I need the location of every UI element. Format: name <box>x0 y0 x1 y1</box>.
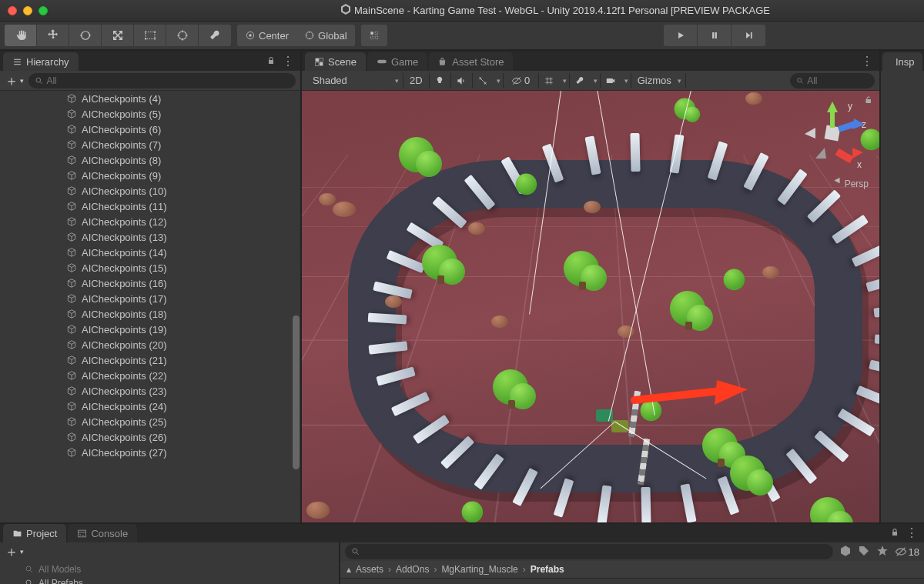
scene-search[interactable] <box>790 73 875 88</box>
snap-toggle[interactable] <box>361 25 387 46</box>
2d-toggle[interactable]: 2D <box>403 73 430 88</box>
pivot-mode-toggle[interactable]: Center <box>237 25 296 46</box>
create-dropdown-button[interactable]: ＋▾ <box>5 542 24 561</box>
projection-label[interactable]: Persp <box>845 179 869 189</box>
custom-tool-button[interactable] <box>199 25 231 46</box>
hierarchy-item[interactable]: AICheckpoints (12) <box>0 214 291 229</box>
hierarchy-item[interactable]: AICheckpoints (24) <box>0 399 291 414</box>
create-dropdown-button[interactable]: ＋▾ <box>5 72 24 90</box>
hidden-icon[interactable]: 18 <box>895 546 919 558</box>
filter-by-type-icon[interactable] <box>839 545 852 559</box>
grid-toggle[interactable] <box>539 73 570 88</box>
svg-text:x: x <box>857 159 862 170</box>
rotate-tool-button[interactable] <box>69 25 102 46</box>
hierarchy-item[interactable]: AICheckpoints (22) <box>0 368 291 383</box>
svg-rect-30 <box>838 121 855 132</box>
scene-tab-label: Scene <box>328 56 357 68</box>
favorite-icon[interactable] <box>876 545 889 559</box>
hierarchy-item[interactable]: AICheckpoints (27) <box>0 445 291 460</box>
lighting-toggle[interactable] <box>430 73 451 88</box>
tab-asset-store[interactable]: Asset Store <box>429 52 513 71</box>
maximize-window-button[interactable] <box>38 6 48 15</box>
component-tools-dropdown[interactable] <box>570 73 601 88</box>
tree <box>422 245 459 282</box>
project-breadcrumb[interactable]: ▴ Assets› AddOns› MgKarting_Muscle› Pref… <box>340 561 924 579</box>
svg-rect-16 <box>316 62 319 65</box>
tab-inspector[interactable]: Insp <box>882 52 922 71</box>
hierarchy-item[interactable]: AICheckpoints (21) <box>0 352 291 368</box>
hierarchy-item[interactable]: AICheckpoints (7) <box>0 137 291 152</box>
svg-rect-12 <box>375 36 378 39</box>
hierarchy-scrollbar-thumb[interactable] <box>293 315 300 469</box>
rect-tool-button[interactable] <box>134 25 166 46</box>
bottom-area: Project Console ⋮ ＋▾ All Models <box>0 522 924 584</box>
hierarchy-item[interactable]: AICheckpoints (26) <box>0 429 291 445</box>
project-filter-item[interactable]: All Prefabs <box>6 576 333 584</box>
hierarchy-item[interactable]: AICheckpoints (19) <box>0 322 291 337</box>
tab-scene[interactable]: Scene <box>305 52 366 71</box>
hidden-objects-toggle[interactable]: 0 <box>504 73 539 88</box>
transform-tool-button[interactable] <box>166 25 199 46</box>
hierarchy-item[interactable]: AICheckpoints (15) <box>0 260 291 275</box>
lock-icon[interactable] <box>266 56 276 68</box>
camera-settings-dropdown[interactable] <box>601 73 631 88</box>
pause-button[interactable] <box>698 25 732 46</box>
hierarchy-item[interactable]: AICheckpoints (17) <box>0 291 291 306</box>
scene-search-input[interactable] <box>807 75 869 86</box>
tab-console[interactable]: Console <box>68 524 137 542</box>
hierarchy-item[interactable]: AICheckpoints (4) <box>0 91 291 106</box>
main-area: Hierarchy ⋮ ＋▾ AICheckpoints (4)AICheckp… <box>0 51 924 522</box>
scene-viewport[interactable]: y z x ◄ Persp <box>302 91 879 522</box>
close-window-button[interactable] <box>8 6 17 15</box>
hierarchy-search-input[interactable] <box>46 75 290 86</box>
hierarchy-item[interactable]: AICheckpoints (14) <box>0 245 291 260</box>
hand-tool-button[interactable] <box>5 25 37 46</box>
hierarchy-item[interactable]: AICheckpoints (10) <box>0 183 291 199</box>
gizmos-dropdown[interactable]: Gizmos <box>631 73 686 88</box>
tree <box>462 502 484 522</box>
fx-toggle[interactable] <box>473 73 504 88</box>
hierarchy-item[interactable]: AICheckpoints (20) <box>0 337 291 352</box>
hierarchy-item[interactable]: AICheckpoints (13) <box>0 229 291 245</box>
hierarchy-scrollbar[interactable] <box>292 94 300 519</box>
hierarchy-item[interactable]: AICheckpoints (25) <box>0 414 291 429</box>
tab-project[interactable]: Project <box>3 524 66 542</box>
svg-point-42 <box>26 580 31 584</box>
shading-mode-dropdown[interactable]: Shaded <box>306 73 403 88</box>
minimize-window-button[interactable] <box>23 6 32 15</box>
hierarchy-tab-row: Hierarchy ⋮ <box>0 51 300 71</box>
project-search[interactable] <box>345 544 833 559</box>
hierarchy-item[interactable]: AICheckpoints (16) <box>0 275 291 291</box>
svg-rect-9 <box>370 32 373 35</box>
tab-game[interactable]: Game <box>367 52 427 71</box>
move-tool-button[interactable] <box>37 25 69 46</box>
svg-point-2 <box>153 31 155 32</box>
shading-mode-label: Shaded <box>313 75 347 86</box>
svg-point-3 <box>144 38 146 39</box>
svg-point-21 <box>798 78 802 82</box>
filter-by-label-icon[interactable] <box>858 545 870 559</box>
orientation-gizmo[interactable]: y z x ◄ Persp <box>798 97 872 189</box>
hierarchy-search[interactable] <box>28 73 296 88</box>
play-button[interactable] <box>664 25 698 46</box>
svg-marker-23 <box>715 380 748 405</box>
step-button[interactable] <box>732 25 765 46</box>
gizmo-lock-icon[interactable] <box>864 95 873 107</box>
audio-toggle[interactable] <box>451 73 473 88</box>
handle-rotation-toggle[interactable]: Global <box>296 25 355 46</box>
lock-icon[interactable] <box>890 528 899 539</box>
breadcrumb-up-icon[interactable]: ▴ <box>346 564 351 575</box>
tree <box>730 456 767 492</box>
hierarchy-item[interactable]: AICheckpoints (11) <box>0 199 291 214</box>
hierarchy-item[interactable]: AICheckpoints (5) <box>0 106 291 122</box>
project-filter-list: All Models All Prefabs <box>0 561 339 584</box>
project-search-input[interactable] <box>363 546 827 557</box>
tab-hierarchy[interactable]: Hierarchy <box>3 52 79 71</box>
scale-tool-button[interactable] <box>102 25 134 46</box>
hierarchy-item[interactable]: AICheckpoints (23) <box>0 383 291 399</box>
hierarchy-item[interactable]: AICheckpoints (18) <box>0 306 291 322</box>
hierarchy-item[interactable]: AICheckpoints (6) <box>0 122 291 137</box>
project-filter-item[interactable]: All Models <box>6 562 333 576</box>
hierarchy-item[interactable]: AICheckpoints (9) <box>0 168 291 183</box>
hierarchy-item[interactable]: AICheckpoints (8) <box>0 152 291 168</box>
